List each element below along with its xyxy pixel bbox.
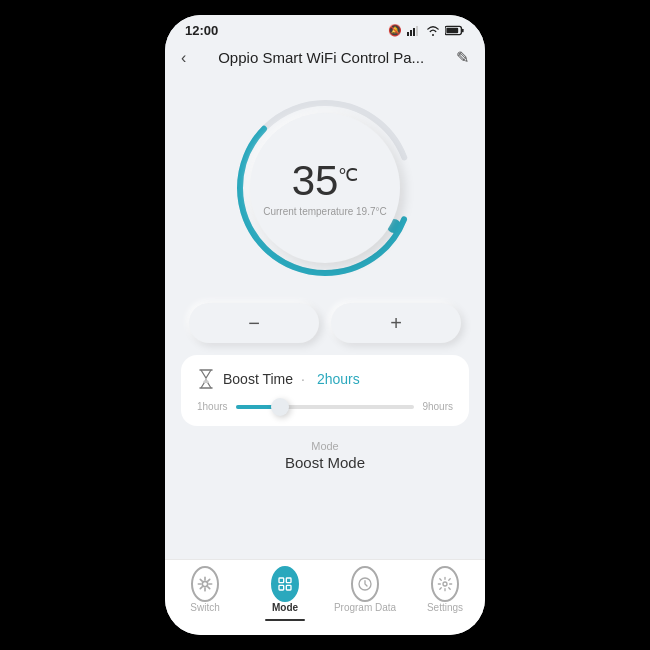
dial-temperature: 35 ℃ xyxy=(292,160,359,202)
boost-value: 2hours xyxy=(317,371,360,387)
decrease-button[interactable]: − xyxy=(189,303,319,343)
main-content: 35 ℃ Current temperature 19.7°C − + xyxy=(165,77,485,559)
dial-current-temp: Current temperature 19.7°C xyxy=(263,206,387,217)
settings-icon xyxy=(431,570,459,598)
mode-nav-label: Mode xyxy=(272,602,298,613)
boost-separator: · xyxy=(301,371,305,387)
battery-icon xyxy=(445,25,465,36)
svg-rect-12 xyxy=(286,578,291,583)
svg-rect-6 xyxy=(446,28,458,33)
switch-label: Switch xyxy=(190,602,219,613)
program-label: Program Data xyxy=(334,602,396,613)
svg-rect-2 xyxy=(413,28,415,36)
dial-container: 35 ℃ Current temperature 19.7°C xyxy=(230,77,420,295)
page-title: Oppio Smart WiFi Control Pa... xyxy=(218,49,424,66)
nav-item-settings[interactable]: Settings xyxy=(405,570,485,621)
edit-button[interactable]: ✎ xyxy=(456,48,469,67)
svg-rect-1 xyxy=(410,30,412,36)
hourglass-icon xyxy=(197,369,215,389)
mode-section: Mode Boost Mode xyxy=(285,430,365,475)
svg-rect-14 xyxy=(286,585,291,590)
mode-icon xyxy=(271,570,299,598)
dial-inner: 35 ℃ Current temperature 19.7°C xyxy=(250,113,400,263)
slider-min-label: 1hours xyxy=(197,401,228,412)
svg-rect-5 xyxy=(462,29,464,33)
status-time: 12:00 xyxy=(185,23,218,38)
svg-rect-3 xyxy=(416,26,418,36)
back-button[interactable]: ‹ xyxy=(181,49,186,67)
status-icons: 🔕 xyxy=(388,24,465,37)
settings-label: Settings xyxy=(427,602,463,613)
mute-icon: 🔕 xyxy=(388,24,402,37)
dial-wrapper[interactable]: 35 ℃ Current temperature 19.7°C xyxy=(230,93,420,283)
nav-item-program[interactable]: Program Data xyxy=(325,570,405,621)
increase-button[interactable]: + xyxy=(331,303,461,343)
header: ‹ Oppio Smart WiFi Control Pa... ✎ xyxy=(165,42,485,77)
boost-label: Boost Time xyxy=(223,371,293,387)
boost-slider[interactable] xyxy=(236,405,415,409)
svg-point-10 xyxy=(202,581,207,586)
dial-unit: ℃ xyxy=(338,166,358,184)
nav-item-switch[interactable]: Switch xyxy=(165,570,245,621)
svg-rect-0 xyxy=(407,32,409,36)
switch-icon xyxy=(191,570,219,598)
nav-active-indicator xyxy=(265,619,305,621)
boost-card: Boost Time · 2hours 1hours 9hours xyxy=(181,355,469,426)
svg-rect-13 xyxy=(279,585,284,590)
temperature-controls: − + xyxy=(165,295,485,351)
svg-rect-11 xyxy=(279,578,284,583)
slider-max-label: 9hours xyxy=(422,401,453,412)
mode-label: Mode xyxy=(311,440,339,452)
bottom-nav: Switch Mode xyxy=(165,559,485,635)
boost-header: Boost Time · 2hours xyxy=(197,369,453,389)
signal-icon xyxy=(407,25,421,36)
mode-value: Boost Mode xyxy=(285,454,365,471)
nav-item-mode[interactable]: Mode xyxy=(245,570,325,621)
slider-row: 1hours 9hours xyxy=(197,401,453,412)
phone-container: 12:00 🔕 ‹ xyxy=(165,15,485,635)
slider-thumb[interactable] xyxy=(271,398,289,416)
program-icon xyxy=(351,570,379,598)
svg-point-16 xyxy=(443,582,447,586)
wifi-icon xyxy=(426,25,440,36)
status-bar: 12:00 🔕 xyxy=(165,15,485,42)
